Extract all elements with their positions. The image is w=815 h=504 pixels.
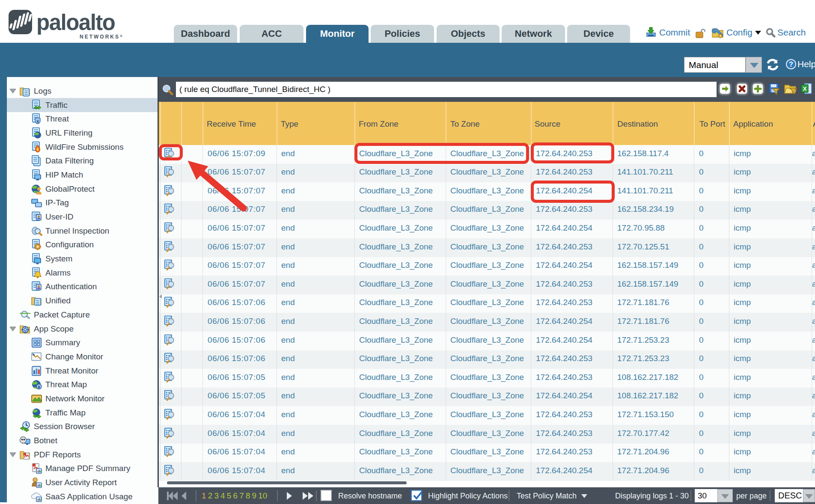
svg-text:x: x: [36, 119, 39, 124]
svg-text:X: X: [803, 86, 807, 92]
svg-text:paloalto: paloalto: [36, 10, 115, 35]
svg-text:x: x: [38, 384, 41, 389]
svg-text:?: ?: [789, 61, 793, 68]
